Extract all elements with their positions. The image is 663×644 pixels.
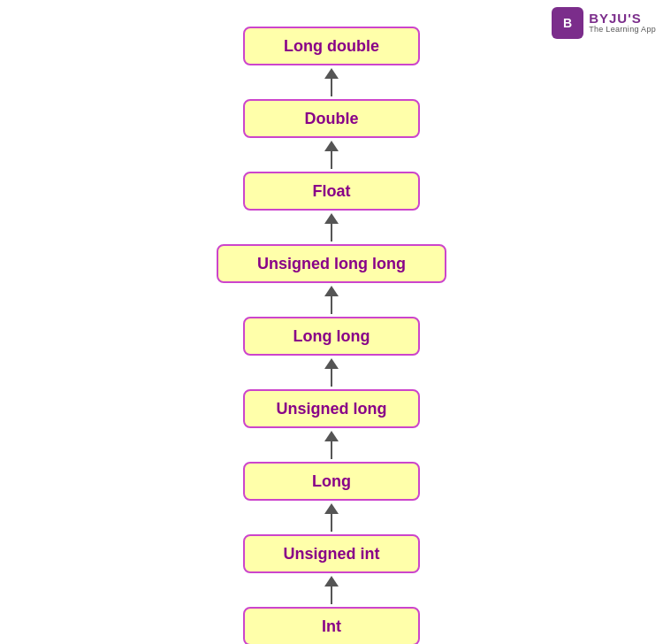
arrow-3	[324, 211, 339, 244]
node-int: Int	[243, 607, 420, 644]
byju-logo: B BYJU'S The Learning App	[552, 7, 656, 39]
arrow-head-3	[324, 213, 339, 224]
node-unsigned-long: Unsigned long	[243, 389, 420, 428]
arrow-head-4	[324, 286, 339, 296]
node-float: Float	[243, 172, 420, 211]
logo-icon: B	[552, 7, 583, 39]
logo-icon-letter: B	[563, 16, 572, 30]
arrow-4	[324, 283, 339, 317]
arrow-line-5	[331, 369, 332, 387]
arrow-head-6	[324, 431, 339, 441]
arrow-head-1	[324, 68, 339, 79]
arrow-line-1	[331, 79, 332, 96]
arrow-7	[324, 501, 339, 534]
node-long: Long	[243, 462, 420, 501]
arrow-2	[324, 138, 339, 172]
type-hierarchy-diagram: Long double Double Float Unsigned long l…	[0, 0, 663, 644]
arrow-line-8	[331, 586, 332, 604]
arrow-line-6	[331, 441, 332, 459]
arrow-head-2	[324, 141, 339, 151]
arrow-head-8	[324, 576, 339, 586]
arrow-8	[324, 573, 339, 607]
arrow-6	[324, 428, 339, 462]
node-unsigned-int: Unsigned int	[243, 534, 420, 573]
node-double: Double	[243, 99, 420, 138]
arrow-head-7	[324, 503, 339, 514]
arrow-head-5	[324, 358, 339, 369]
arrow-1	[324, 65, 339, 99]
arrow-line-7	[331, 514, 332, 532]
node-unsigned-long-long: Unsigned long long	[217, 244, 446, 283]
node-long-double: Long double	[243, 27, 420, 65]
arrow-line-2	[331, 151, 332, 169]
logo-subtitle: The Learning App	[589, 26, 656, 34]
arrow-5	[324, 356, 339, 389]
logo-text-block: BYJU'S The Learning App	[589, 12, 656, 34]
arrow-line-3	[331, 224, 332, 242]
arrow-line-4	[331, 296, 332, 314]
logo-title: BYJU'S	[589, 12, 656, 27]
node-long-long: Long long	[243, 317, 420, 356]
